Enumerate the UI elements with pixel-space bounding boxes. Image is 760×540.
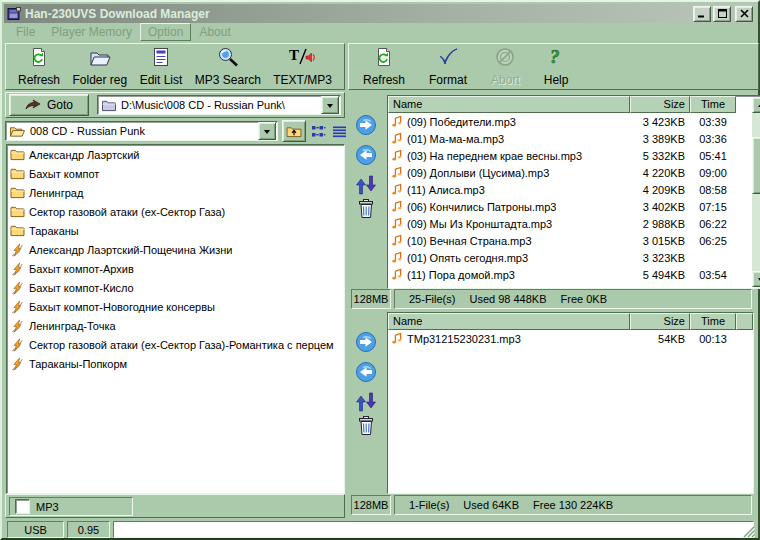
arrow-right-icon — [355, 114, 377, 136]
search-icon — [217, 46, 239, 67]
svg-text:?: ? — [550, 47, 560, 67]
device-file-list-top[interactable]: Name Size Time (09) Победители.mp33 423K… — [387, 95, 760, 289]
menu-file[interactable]: File — [8, 23, 43, 41]
item-label: Бахыт компот-Архив — [29, 263, 134, 275]
scroll-down-button[interactable] — [752, 271, 760, 287]
text-mp3-icon: T — [289, 46, 316, 67]
file-name-cell: (01) Опять сегодня.mp3 — [388, 251, 630, 265]
memory-size-badge: 128MB — [351, 289, 391, 309]
list-item[interactable]: Сектор газовой атаки (ex-Сектор Газа) — [7, 202, 344, 221]
table-row[interactable]: (09) Победители.mp33 423KB03:39 — [388, 113, 753, 130]
file-name: (01) Опять сегодня.mp3 — [407, 252, 528, 264]
folder-combobox[interactable]: 008 CD - Russian Punk — [5, 121, 278, 141]
edit-list-button[interactable]: Edit List — [138, 45, 185, 88]
folder-list[interactable]: Александр ЛаэртскийБахыт компотЛенинград… — [6, 144, 345, 494]
path-dropdown-button[interactable] — [321, 96, 339, 114]
menu-option[interactable]: Option — [140, 23, 191, 41]
scrollbar[interactable] — [752, 97, 760, 287]
table-row[interactable]: (06) Кончились Патроны.mp33 402KB07:15 — [388, 198, 753, 215]
toolbar-device: Refresh Format Abort ? Help — [348, 43, 759, 90]
file-time-cell: 06:22 — [690, 218, 736, 230]
device-file-list-bottom[interactable]: Name Size Time TMp31215230231.mp354KB00:… — [387, 312, 754, 494]
list-item[interactable]: Сектор газовой атаки (ex-Сектор Газа)-Ро… — [7, 335, 344, 354]
list-item[interactable]: Александр Лаэртский-Пощечина Жизни — [7, 240, 344, 259]
table-row[interactable]: TMp31215230231.mp354KB00:13 — [388, 330, 753, 347]
copy-to-device-button[interactable] — [351, 114, 381, 136]
file-name-cell: (03) На переднем крае весны.mp3 — [388, 149, 630, 163]
column-size[interactable]: Size — [630, 313, 690, 330]
close-button[interactable] — [735, 6, 753, 22]
goto-button[interactable]: Goto — [9, 94, 89, 116]
menu-about[interactable]: About — [191, 23, 238, 41]
item-label: Сектор газовой атаки (ex-Сектор Газа)-Ро… — [29, 339, 334, 351]
trash-icon — [357, 198, 375, 219]
copy-to-device-button[interactable] — [351, 331, 381, 353]
copy-from-device-button[interactable] — [351, 144, 381, 166]
list-item[interactable]: Бахыт компот-Новогодние консервы — [7, 297, 344, 316]
table-row[interactable]: (01) Ма-ма-ма.mp33 389KB03:36 — [388, 130, 753, 147]
mp3-checkbox[interactable] — [15, 499, 30, 514]
view-list-button[interactable] — [310, 122, 327, 140]
list-item[interactable]: Ленинград-Точка — [7, 316, 344, 335]
column-name[interactable]: Name — [388, 313, 630, 330]
resize-grip[interactable] — [741, 524, 755, 538]
folder-reg-button[interactable]: Folder reg — [70, 45, 129, 88]
maximize-button[interactable] — [713, 6, 731, 22]
up-down-arrows-icon — [353, 392, 379, 412]
used-space: Used 64KB — [463, 499, 519, 511]
table-row[interactable]: (11) Пора домой.mp35 494KB03:54 — [388, 266, 753, 283]
view-details-button[interactable] — [331, 122, 348, 140]
delete-button[interactable] — [351, 415, 381, 436]
up-directory-button[interactable] — [282, 120, 306, 142]
list-item[interactable]: Тараканы-Попкорм — [7, 354, 344, 373]
mp3-note-icon — [390, 183, 404, 197]
column-time[interactable]: Time — [690, 313, 736, 330]
view-details-icon — [332, 125, 347, 138]
column-size[interactable]: Size — [630, 96, 690, 113]
titlebar[interactable]: Han-230UVS Download Manager — [4, 4, 756, 23]
free-space: Free 0KB — [561, 293, 607, 305]
file-name: (06) Кончились Патроны.mp3 — [407, 201, 556, 213]
move-up-down-buttons[interactable] — [351, 175, 381, 195]
mp3-search-button[interactable]: MP3 Search — [193, 45, 263, 88]
list-item[interactable]: Александр Лаэртский — [7, 145, 344, 164]
file-size-cell: 3 015KB — [630, 235, 690, 247]
table-row[interactable]: (09) Доплыви (Цусима).mp34 220KB09:00 — [388, 164, 753, 181]
table-row[interactable]: (03) На переднем крае весны.mp35 332KB05… — [388, 147, 753, 164]
text-mp3-button[interactable]: T TEXT/MP3 — [271, 45, 334, 88]
folder-value: 008 CD - Russian Punk — [30, 125, 254, 137]
column-time[interactable]: Time — [690, 96, 736, 113]
list-item[interactable]: Бахыт компот — [7, 164, 344, 183]
list-item[interactable]: Бахыт компот-Архив — [7, 259, 344, 278]
menu-player-memory[interactable]: Player Memory — [43, 23, 140, 41]
copy-from-device-button[interactable] — [351, 361, 381, 383]
column-name[interactable]: Name — [388, 96, 630, 113]
scroll-thumb[interactable] — [752, 137, 760, 194]
table-row[interactable]: (11) Алиса.mp34 209KB08:58 — [388, 181, 753, 198]
device-refresh-button[interactable]: Refresh — [361, 45, 407, 88]
file-name: (09) Мы Из Кронштадта.mp3 — [407, 218, 552, 230]
edit-list-icon — [153, 46, 169, 67]
table-row[interactable]: (01) Опять сегодня.mp33 323KB — [388, 249, 753, 266]
menubar: File Player Memory Option About — [4, 23, 756, 41]
table-row[interactable]: (10) Вечная Страна.mp33 015KB06:25 — [388, 232, 753, 249]
move-up-down-buttons[interactable] — [351, 392, 381, 412]
path-combobox[interactable]: D:\Music\008 CD - Russian Punk\ — [97, 95, 341, 115]
app-window: Han-230UVS Download Manager File Player … — [0, 0, 760, 540]
minimize-button[interactable] — [693, 6, 711, 22]
list-item[interactable]: Ленинград — [7, 183, 344, 202]
delete-button[interactable] — [351, 198, 381, 219]
list-item[interactable]: Тараканы — [7, 221, 344, 240]
refresh-button[interactable]: Refresh — [16, 45, 62, 88]
table-row[interactable]: (09) Мы Из Кронштадта.mp32 988KB06:22 — [388, 215, 753, 232]
memory-size-badge: 128MB — [351, 495, 391, 515]
scroll-up-button[interactable] — [752, 97, 760, 113]
file-name: (03) На переднем крае весны.mp3 — [407, 150, 582, 162]
file-size-cell: 3 423KB — [630, 116, 690, 128]
format-button[interactable]: Format — [427, 45, 469, 88]
file-time-cell: 03:54 — [690, 269, 736, 281]
folder-dropdown-button[interactable] — [258, 122, 276, 140]
mp3-option: MP3 — [9, 497, 133, 516]
list-item[interactable]: Бахыт компот-Кисло — [7, 278, 344, 297]
help-button[interactable]: ? Help — [542, 45, 571, 88]
